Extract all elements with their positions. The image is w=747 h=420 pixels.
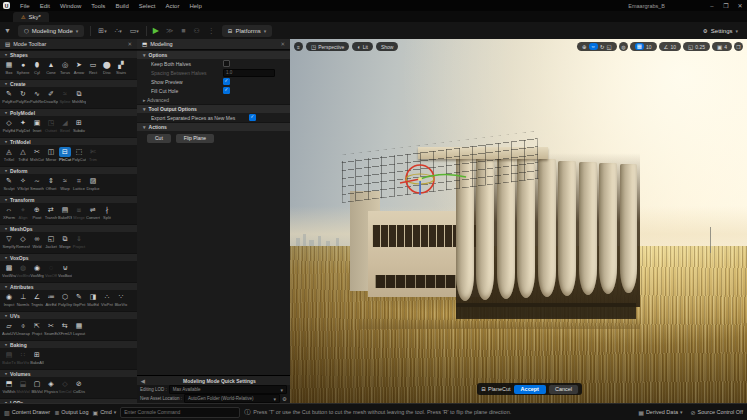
close-icon[interactable]: ✕: [280, 41, 285, 47]
tool-outset[interactable]: ◳Outset: [44, 117, 58, 133]
tool-polydef[interactable]: ✦PolyDef: [16, 117, 30, 133]
tool-split[interactable]: ∤Split: [100, 204, 114, 220]
advanced-row[interactable]: ▸ Advanced: [137, 95, 290, 104]
play-button[interactable]: ▶: [150, 26, 162, 35]
save-icon[interactable]: ▼: [0, 27, 15, 34]
section-header-volumes[interactable]: ▾Volumes: [0, 369, 137, 377]
section-header-transform[interactable]: ▾Transform: [0, 195, 137, 203]
tool-torus[interactable]: ◎Torus: [58, 59, 72, 75]
viewport[interactable]: ≡ ◳ Perspective ◐ Lit Show ⊕ ⇔ ↻ ◱ ◍ ▦ 1…: [290, 39, 747, 403]
tool-simcol[interactable]: ◇SimCol: [58, 378, 72, 394]
fill-cut-hole-checkbox[interactable]: [223, 87, 230, 94]
accept-button[interactable]: Accept: [514, 385, 546, 394]
spacing-value-field[interactable]: 1.0: [223, 69, 275, 77]
tool-rect[interactable]: ▭Rect: [86, 59, 100, 75]
tool-coldis[interactable]: ⊘ColDis: [72, 378, 86, 394]
content-drawer-button[interactable]: ▥ Content Drawer: [4, 409, 50, 416]
tool-polyext[interactable]: ✎PolyExt: [2, 88, 16, 104]
add-actor-icon[interactable]: ⊞▾: [94, 27, 110, 35]
mode-selector[interactable]: ⬡ Modeling Mode ▾: [18, 25, 84, 37]
section-header-shapes[interactable]: ▾Shapes: [0, 50, 137, 58]
tool-trim[interactable]: ✄Trim: [86, 146, 100, 162]
tool-simplfy[interactable]: ▽Simplfy: [2, 233, 16, 249]
tool-grppnt[interactable]: ✎GrpPnt: [72, 291, 86, 307]
tool-bkevtx[interactable]: ∷BkeVtx: [16, 349, 30, 365]
menu-build[interactable]: Build: [110, 3, 133, 9]
tool-volmsh[interactable]: ⬒VolMsh: [2, 378, 16, 394]
tool-project[interactable]: ⇓Project: [72, 233, 86, 249]
lit-dropdown[interactable]: ◐ Lit: [352, 42, 373, 51]
tool-attred[interactable]: ≔AttrEd: [44, 291, 58, 307]
menu-file[interactable]: File: [15, 3, 35, 9]
section-header-voxops[interactable]: ▾VoxOps: [0, 253, 137, 261]
tool-bkevtx[interactable]: ∵BkeVtx: [114, 291, 128, 307]
tool-tngnts[interactable]: ∠Tngnts: [30, 291, 44, 307]
actions-section-header[interactable]: ▾ Actions: [137, 122, 290, 131]
source-control-button[interactable]: ⊘ Source Control Off: [691, 409, 743, 416]
tool-spline[interactable]: ≈Spline: [58, 88, 72, 104]
cut-button[interactable]: Cut: [147, 134, 171, 143]
world-space-icon[interactable]: ◍: [619, 42, 628, 51]
gear-icon[interactable]: ⚙: [282, 396, 287, 402]
tool-mated[interactable]: ◨MatEd: [86, 291, 100, 307]
camera-speed-control[interactable]: ▣ 4: [712, 42, 732, 51]
tool-vsclpt[interactable]: ✧VSclpt: [16, 175, 30, 191]
tool-normls[interactable]: ⊥Normls: [16, 291, 30, 307]
keep-both-halves-checkbox[interactable]: [223, 60, 230, 67]
platforms-dropdown[interactable]: ⊟ Platforms ▾: [222, 25, 272, 37]
tool-sculpt[interactable]: ✎Sculpt: [2, 175, 16, 191]
tool-merge[interactable]: ⧉Merge: [58, 233, 72, 249]
cancel-button[interactable]: Cancel: [549, 385, 578, 394]
tool-mshmrg[interactable]: ⧉MshMrg: [72, 88, 86, 104]
scale-snap-control[interactable]: ◱ 0.25: [683, 42, 710, 51]
maximize-viewport-icon[interactable]: ❒: [734, 42, 743, 51]
transform-gizmo[interactable]: [394, 151, 484, 207]
tool-mshcut[interactable]: ✂MshCut: [30, 146, 44, 162]
tool-voxbool[interactable]: ⊎VoxBool: [58, 262, 72, 278]
menu-help[interactable]: Help: [184, 3, 206, 9]
tool-voxblnd[interactable]: ◍VoxBlnd: [16, 262, 30, 278]
menu-actor[interactable]: Actor: [160, 3, 184, 9]
tool-warp[interactable]: ≈Warp: [58, 175, 72, 191]
tool-disc[interactable]: ⬤Disc: [100, 59, 114, 75]
blueprints-icon[interactable]: ∴▾: [111, 27, 126, 35]
tool-seamed[interactable]: ✂SeamEd: [44, 320, 58, 336]
section-header-deform[interactable]: ▾Deform: [0, 166, 137, 174]
tool-jacket[interactable]: ◱Jacket: [44, 233, 58, 249]
tool-remesh[interactable]: ◇Remesh: [16, 233, 30, 249]
rotation-snap-control[interactable]: ∠ 10: [659, 42, 682, 51]
tool-align[interactable]: ⌖Align: [16, 204, 30, 220]
tool-projct[interactable]: ⇱Projct: [30, 320, 44, 336]
tool-plncut[interactable]: ⊟PlnCut: [58, 146, 72, 162]
menu-window[interactable]: Window: [55, 3, 86, 9]
multiuser-icon[interactable]: ⚇: [190, 27, 204, 35]
tool-cone[interactable]: ▲Cone: [44, 59, 58, 75]
tool-voxmrg[interactable]: ◉VoxMrg: [30, 262, 44, 278]
tool-cyl[interactable]: ⬮Cyl: [30, 59, 44, 75]
tool-voxwrap[interactable]: ▩VoxWrap: [2, 262, 16, 278]
tool-box[interactable]: ▦Box: [2, 59, 16, 75]
show-preview-checkbox[interactable]: [223, 78, 230, 85]
cmd-dropdown[interactable]: ▣ Cmd ▾: [92, 409, 116, 416]
section-header-baking[interactable]: ▾Baking: [0, 340, 137, 348]
tool-smooth[interactable]: ∼Smooth: [30, 175, 44, 191]
tool-transfr[interactable]: ⇄Transfr: [44, 204, 58, 220]
minimize-button[interactable]: –: [705, 3, 719, 9]
section-header-uvs[interactable]: ▾UVs: [0, 311, 137, 319]
close-button[interactable]: ✕: [733, 2, 747, 9]
options-section-header[interactable]: ▾ Options: [137, 50, 290, 59]
section-header-trimodel[interactable]: ▾TriModel: [0, 137, 137, 145]
kebab-menu-icon[interactable]: ⋮: [204, 27, 219, 35]
restore-button[interactable]: ❐: [719, 2, 733, 9]
select-tool-icon[interactable]: ⊕: [582, 44, 587, 50]
tool-drawspl[interactable]: ✐DrawSpl: [44, 88, 58, 104]
tool-xfrmuv[interactable]: ⇆XFrmUV: [58, 320, 72, 336]
tool-unwrap[interactable]: ⌽Unwrap: [16, 320, 30, 336]
tool-offset[interactable]: ⇕Offset: [44, 175, 58, 191]
mode-toolbar-tab[interactable]: ▤ Mode Toolbar ✕: [0, 39, 137, 50]
tool-lattice[interactable]: ⌗Lattice: [72, 175, 86, 191]
menu-tools[interactable]: Tools: [86, 3, 110, 9]
scale-tool-icon[interactable]: ◱: [607, 44, 612, 50]
stop-button[interactable]: ■: [177, 27, 189, 34]
section-header-meshops[interactable]: ▾MeshOps: [0, 224, 137, 232]
